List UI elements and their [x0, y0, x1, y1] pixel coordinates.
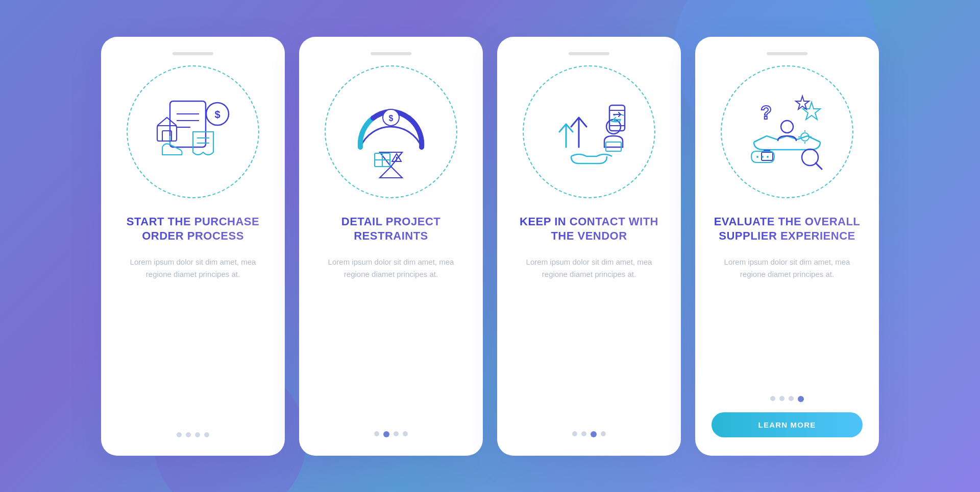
card-2-dots	[374, 431, 408, 437]
dot-2-active	[383, 431, 389, 437]
svg-point-19	[396, 160, 397, 161]
dot-4	[204, 432, 209, 437]
svg-text:$: $	[214, 109, 220, 120]
dot-1	[572, 431, 577, 436]
card-1-dots	[177, 432, 209, 437]
card-4-dots	[770, 396, 804, 402]
card-notch	[371, 52, 411, 55]
card-4-text: Lorem ipsum dolor sit dim amet, mea regi…	[712, 256, 863, 384]
dot-1	[374, 431, 379, 436]
svg-marker-26	[796, 96, 809, 109]
learn-more-button[interactable]: LEARN MORE	[712, 412, 863, 437]
card-2-text: Lorem ipsum dolor sit dim amet, mea regi…	[315, 256, 467, 419]
dot-4	[403, 431, 408, 436]
svg-text:$: $	[389, 114, 394, 123]
card-4: ?	[695, 37, 879, 456]
svg-rect-9	[157, 126, 177, 141]
dot-3-active	[591, 431, 597, 437]
svg-point-31	[762, 156, 764, 158]
svg-point-30	[756, 156, 758, 158]
card-1-title: START THE PURCHASE ORDER PROCESS	[117, 215, 268, 244]
dot-2	[779, 396, 785, 401]
cards-container: $ START THE PURCHASE ORDER PROCESS Lorem…	[101, 37, 879, 456]
dot-2	[186, 432, 191, 437]
dot-3	[394, 431, 399, 436]
dot-4	[601, 431, 606, 436]
svg-text:?: ?	[761, 102, 772, 123]
dot-2	[581, 431, 586, 436]
card-1-text: Lorem ipsum dolor sit dim amet, mea regi…	[117, 256, 268, 420]
card-notch	[173, 52, 213, 55]
dot-3	[789, 396, 794, 401]
card-notch	[767, 52, 807, 55]
vendor-contact-icon	[538, 81, 640, 183]
svg-line-34	[816, 163, 822, 169]
svg-rect-22	[609, 105, 625, 131]
dot-3	[195, 432, 200, 437]
purchase-order-icon: $	[142, 81, 244, 183]
card-3-title: KEEP IN CONTACT WITH THE VENDOR	[513, 215, 665, 244]
card-4-title: EVALUATE THE OVERALL SUPPLIER EXPERIENCE	[712, 215, 863, 244]
dot-1	[770, 396, 775, 401]
card-2: $ DETAIL PROJECT RESTRAINTS Lorem ipsum …	[299, 37, 483, 456]
purchase-order-icon-circle: $	[127, 65, 259, 198]
svg-point-28	[781, 121, 793, 133]
project-restraints-icon: $	[340, 81, 442, 183]
vendor-contact-icon-circle	[523, 65, 655, 198]
card-1: $ START THE PURCHASE ORDER PROCESS Lorem…	[101, 37, 285, 456]
card-2-title: DETAIL PROJECT RESTRAINTS	[315, 215, 467, 244]
supplier-experience-icon: ?	[736, 81, 838, 183]
supplier-experience-icon-circle: ?	[721, 65, 853, 198]
card-notch	[569, 52, 609, 55]
dot-4-active	[798, 396, 804, 402]
card-3-text: Lorem ipsum dolor sit dim amet, mea regi…	[513, 256, 665, 419]
dot-1	[177, 432, 182, 437]
svg-point-32	[767, 156, 769, 158]
project-restraints-icon-circle: $	[325, 65, 457, 198]
card-3: KEEP IN CONTACT WITH THE VENDOR Lorem ip…	[497, 37, 681, 456]
card-3-dots	[572, 431, 606, 437]
